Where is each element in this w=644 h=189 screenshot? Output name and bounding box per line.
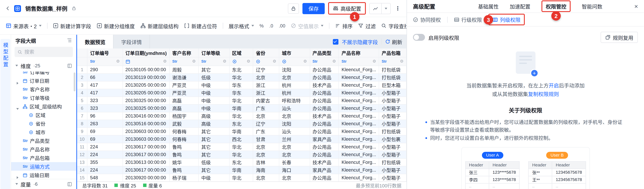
lock-button[interactable] — [288, 3, 299, 14]
column-header-城市[interactable]: 城市 — [279, 49, 310, 57]
table-cell: 东北 — [229, 120, 253, 127]
column-settings-gear-icon[interactable]: ⚙ — [116, 59, 120, 64]
hide-hidden-fields-checkbox[interactable] — [333, 39, 338, 45]
column-header-客户名称[interactable]: 客户名称 — [170, 49, 198, 57]
permission-subtab-协同授权[interactable]: 协同授权 — [413, 16, 441, 23]
field-item-订单日期[interactable]: 订单日期 — [11, 76, 76, 85]
field-search-box[interactable] — [14, 47, 73, 57]
column-header-产品类型[interactable]: 产品类型 — [310, 49, 339, 57]
new-group-dimension-button[interactable]: 新建分组维度 — [97, 22, 135, 30]
permission-subtab-行级权限[interactable]: 行级权限 — [454, 16, 482, 23]
table-cell: 20130603 00:00:00 — [122, 127, 170, 135]
column-header-产品名称[interactable]: 产品名称 — [339, 49, 379, 57]
decimal-decrease-button[interactable]: .0 — [269, 23, 273, 28]
chevron-down-icon[interactable] — [382, 3, 390, 14]
field-item-订单等级[interactable]: Str订单等级 — [11, 94, 76, 102]
rule-reuse-button[interactable]: 规则复用 — [601, 32, 638, 43]
field-item-区域_层级结构[interactable]: 区域_层级结构 — [11, 102, 76, 111]
toggle-knob — [414, 35, 419, 40]
column-header-订单日期(ymdhms)[interactable]: 订单日期(ymdhms) — [122, 49, 170, 57]
column-settings-gear-icon[interactable]: ⚙ — [163, 59, 167, 64]
collapse-icon[interactable] — [16, 105, 19, 111]
config-tab-权限管控[interactable]: 权限管控 — [546, 3, 566, 10]
decimal-increase-button[interactable]: .00 — [279, 23, 285, 28]
column-settings-gear-icon[interactable]: ⚙ — [332, 59, 336, 64]
outline-list-icon[interactable] — [67, 38, 72, 43]
config-tab-智能问数[interactable]: 智能问数 — [582, 3, 602, 10]
field-item-运输方式[interactable]: Str运输方式 — [11, 162, 76, 171]
field-item-客户名称[interactable]: Str客户名称 — [11, 85, 76, 94]
expand-icon[interactable] — [16, 174, 19, 179]
new-hierarchy-button[interactable]: 新建层级结构 — [140, 22, 178, 30]
table-cell: 20130613 00:00:00 — [122, 158, 170, 166]
table-row: 129020130105 00:00:00周毅其它东北辽宁沈阳办公用品Kleen… — [77, 66, 406, 73]
column-settings-gear-icon[interactable]: ⚙ — [223, 59, 226, 64]
sidebar-scrollbar[interactable] — [74, 73, 76, 91]
filter-button[interactable]: 过滤 — [358, 22, 376, 30]
table-cell: 吉林 — [253, 158, 279, 166]
model-config-tab[interactable]: 模型配置 — [0, 35, 11, 189]
dataset-icon — [14, 5, 21, 12]
field-item-运输日期[interactable]: 运输日期 — [11, 171, 76, 179]
string-type-icon: Str — [382, 60, 387, 63]
back-icon[interactable] — [5, 6, 11, 11]
copy-permission-rules-link[interactable]: 复制权限规则 — [528, 92, 559, 97]
column-settings-gear-icon[interactable]: ⚙ — [372, 59, 376, 64]
annotation-box-column-permission: 列级权限3 — [488, 14, 525, 25]
collapse-panel-icon[interactable] — [67, 63, 72, 68]
field-item-产品类型[interactable]: Str产品类型 — [11, 136, 76, 145]
dimension-section-header[interactable]: 维度 ·25 — [11, 61, 76, 71]
close-icon[interactable]: × — [634, 3, 638, 10]
sort-button[interactable]: 排序 — [335, 22, 352, 30]
field-item-省份[interactable]: 省份 — [11, 119, 76, 128]
advanced-config-tabs: 基础属性加速配置权限管控2智能问数 — [478, 1, 602, 12]
column-header-订单等级[interactable]: 订单等级 — [198, 49, 229, 57]
permission-subtab-列级权限[interactable]: 列级权限 — [493, 16, 520, 23]
display-format-dropdown[interactable]: 展示格式 — [228, 22, 254, 30]
table-cell: 华东 — [229, 81, 253, 89]
column-settings-gear-icon[interactable]: ⚙ — [246, 59, 250, 64]
new-calc-field-button[interactable]: 新建计算字段 — [53, 22, 91, 30]
source-table-selector[interactable]: 来源表・2 — [6, 22, 42, 30]
column-settings-gear-icon[interactable]: ⚙ — [272, 59, 276, 64]
expand-icon[interactable] — [16, 80, 19, 85]
config-tab-基础属性[interactable]: 基础属性 — [478, 3, 499, 10]
preview-tab-字段详情[interactable]: 字段详情 — [114, 35, 150, 49]
measure-section-header[interactable]: 度量 ·6 — [11, 179, 76, 189]
field-item-产品包箱[interactable]: Str产品包箱 — [11, 153, 76, 162]
field-search-button[interactable]: 字段查找 — [381, 22, 409, 30]
enable-link[interactable]: 开启 — [548, 83, 559, 89]
preview-tab-数据预览[interactable]: 数据预览 — [77, 35, 114, 49]
column-header-产品包箱[interactable]: 产品包箱 — [379, 49, 406, 57]
field-item-区域[interactable]: 区域 — [11, 111, 76, 119]
null-display-dropdown[interactable]: 空值展示 — [291, 22, 324, 30]
enable-column-permission-toggle[interactable] — [413, 34, 425, 41]
column-settings-gear-icon[interactable]: ⚙ — [303, 59, 307, 64]
search-input[interactable] — [24, 49, 66, 55]
new-placeholder-button[interactable]: 新建占位符 — [184, 22, 217, 30]
refresh-button[interactable]: 刷新 — [385, 38, 402, 45]
example-cell: 张三 — [465, 169, 489, 176]
percent-format-button[interactable]: % — [260, 23, 264, 28]
add-circle-icon: + — [530, 69, 538, 77]
column-settings-gear-icon[interactable]: ⚙ — [192, 59, 196, 64]
save-button[interactable]: 保存 — [302, 3, 325, 14]
column-header-区域[interactable]: 区域 — [229, 49, 253, 57]
column-header-省份[interactable]: 省份 — [253, 49, 279, 57]
advanced-config-button[interactable]: 高级配置 — [329, 3, 365, 14]
column-settings-gear-icon[interactable]: ⚙ — [400, 59, 404, 64]
field-item-城市[interactable]: 城市 — [11, 128, 76, 136]
example-cell: 123****5678 — [489, 169, 520, 176]
chart-icon-button[interactable] — [370, 3, 381, 14]
example-row: 李四123****5678 — [465, 176, 520, 183]
field-item-产品名称[interactable]: Str产品名称 — [11, 145, 76, 153]
more-menu-icon[interactable]: ⋮ — [394, 5, 402, 12]
table-cell: 20130205 00:00:00 — [122, 89, 170, 96]
field-item-订单编号[interactable]: Str订单编号 — [11, 72, 76, 76]
config-tab-加速配置[interactable]: 加速配置 — [510, 3, 530, 10]
column-header-订单编号[interactable]: 订单编号 — [87, 49, 122, 57]
dataset-editor-panel: 销售数据集_样例 保存 高级配置 1 ⋮ 来源表・2 — [0, 0, 406, 189]
table-cell: 低级 — [198, 73, 229, 81]
collapse-panel-icon[interactable] — [67, 182, 72, 186]
table-cell: 548 — [87, 174, 122, 181]
